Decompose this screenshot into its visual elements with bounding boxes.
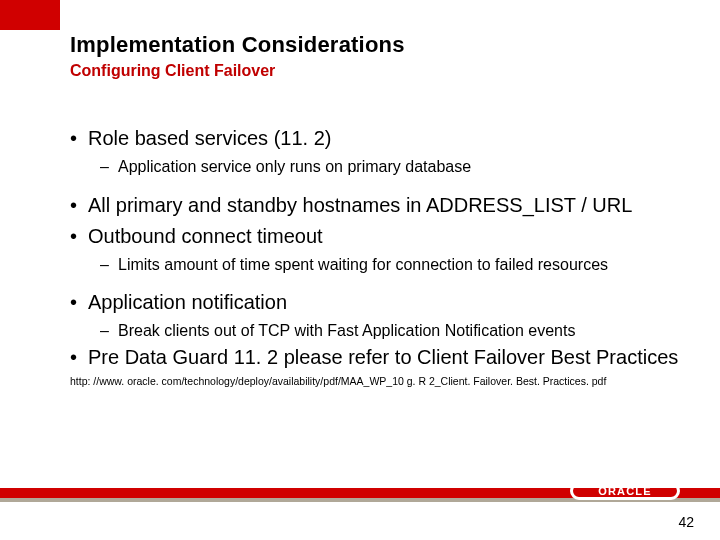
oracle-logo-text: ORACLE bbox=[598, 485, 652, 497]
bullet-item: Role based services (11. 2) bbox=[70, 125, 690, 152]
slide-title: Implementation Considerations bbox=[70, 32, 405, 58]
reference-url: http: //www. oracle. com/technology/depl… bbox=[70, 375, 690, 388]
header-red-block bbox=[0, 0, 60, 30]
sub-bullet-item: Break clients out of TCP with Fast Appli… bbox=[70, 320, 690, 342]
oracle-logo: ORACLE ® bbox=[570, 482, 680, 504]
bullet-item: Pre Data Guard 11. 2 please refer to Cli… bbox=[70, 344, 690, 371]
sub-bullet-item: Limits amount of time spent waiting for … bbox=[70, 254, 690, 276]
page-number: 42 bbox=[678, 514, 694, 530]
content-area: Role based services (11. 2) Application … bbox=[70, 125, 690, 387]
bullet-item: Outbound connect timeout bbox=[70, 223, 690, 250]
slide: Implementation Considerations Configurin… bbox=[0, 0, 720, 540]
sub-bullet-item: Application service only runs on primary… bbox=[70, 156, 690, 178]
oracle-pill: ORACLE bbox=[570, 482, 680, 500]
bullet-item: Application notification bbox=[70, 289, 690, 316]
registered-mark: ® bbox=[683, 480, 688, 487]
bullet-item: All primary and standby hostnames in ADD… bbox=[70, 192, 690, 219]
slide-subtitle: Configuring Client Failover bbox=[70, 62, 275, 80]
